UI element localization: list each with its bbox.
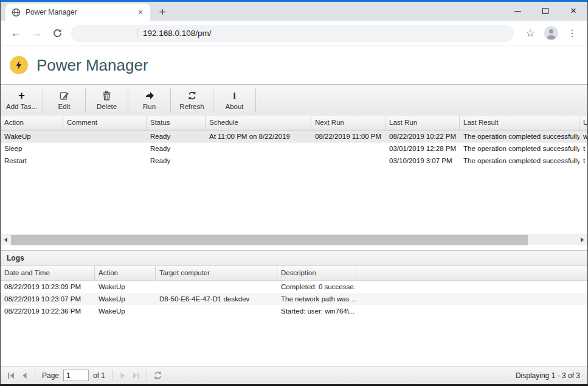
add-task-label: Add Tas... (6, 103, 37, 110)
reload-button[interactable] (49, 25, 66, 42)
cell-next-run (311, 142, 386, 155)
first-page-button[interactable] (5, 370, 16, 381)
page-number-input[interactable] (63, 370, 89, 381)
star-icon: ☆ (525, 27, 534, 40)
about-button[interactable]: i About (213, 86, 255, 114)
cell-comment (63, 142, 147, 155)
column-header-datetime[interactable]: Date and Time (1, 266, 95, 280)
cell-filler (356, 305, 587, 317)
log-row[interactable]: 08/22/2019 10:23:09 PM WakeUp Completed:… (1, 281, 587, 293)
cell-target: D8-50-E6-4E-47-D1 deskdev (156, 293, 277, 305)
cell-comment (63, 155, 147, 167)
refresh-button[interactable]: Refresh (171, 86, 213, 114)
last-page-icon (132, 371, 140, 380)
scroll-right-icon (581, 237, 584, 242)
maximize-button[interactable] (531, 2, 559, 20)
forward-button[interactable]: → (28, 25, 45, 42)
site-info-chip[interactable] (71, 25, 137, 42)
kebab-menu-icon: ⋮ (567, 27, 577, 39)
paging-refresh-button[interactable] (152, 370, 163, 381)
paging-separator (35, 370, 35, 381)
cell-log-action: WakeUp (95, 293, 156, 305)
prev-page-button[interactable] (19, 370, 30, 381)
cell-target (156, 305, 277, 317)
next-page-button[interactable] (117, 370, 128, 381)
refresh-label: Refresh (179, 103, 204, 110)
cell-action: WakeUp (1, 130, 63, 142)
profile-button[interactable] (544, 26, 558, 40)
column-header-next-run[interactable]: Next Run (311, 116, 386, 130)
cell-next-run: 08/22/2019 11:00 PM (311, 130, 386, 142)
cell-datetime: 08/22/2019 10:22:36 PM (1, 305, 95, 317)
cell-next-run (311, 155, 386, 167)
column-header-last-run[interactable]: Last Run (386, 116, 460, 130)
cell-schedule: At 11:00 PM on 8/22/2019 (206, 130, 311, 142)
delete-button[interactable]: Delete (86, 86, 128, 114)
column-header-description[interactable]: Description (277, 266, 356, 280)
edit-button[interactable]: Edit (43, 86, 85, 114)
scroll-left-icon (4, 237, 7, 242)
page-label: Page (42, 371, 59, 380)
column-header-schedule[interactable]: Schedule (206, 116, 311, 130)
app-logo (10, 56, 28, 74)
about-label: About (225, 103, 243, 110)
paging-toolbar: Page of 1 Displaying 1 - 3 of 3 (1, 366, 587, 384)
log-row[interactable]: 08/22/2019 10:23:07 PM WakeUp D8-50-E6-4… (1, 293, 587, 305)
reload-icon (52, 28, 63, 38)
run-button[interactable]: Run (128, 86, 170, 114)
run-label: Run (143, 103, 156, 110)
back-button[interactable]: ← (7, 25, 24, 42)
cell-description: Completed: 0 successe... (277, 281, 356, 293)
log-row[interactable]: 08/22/2019 10:22:36 PM WakeUp Started: u… (1, 305, 587, 317)
scroll-left-button[interactable] (1, 235, 11, 245)
cell-last-run: 03/01/2019 12:28 PM (386, 142, 460, 155)
display-status: Displaying 1 - 3 of 3 (516, 371, 583, 380)
avatar-icon (544, 26, 558, 40)
toolbar-separator (255, 88, 256, 112)
back-icon: ← (10, 27, 21, 40)
scrollbar-track[interactable] (11, 235, 577, 245)
column-header-last-result[interactable]: Last Result (460, 116, 579, 130)
favicon-globe-icon (12, 8, 21, 17)
last-page-button[interactable] (131, 370, 142, 381)
minimize-icon (514, 11, 521, 12)
column-header-target-computer[interactable]: Target computer (156, 266, 277, 280)
address-bar[interactable]: 192.168.0.108/pm/ (71, 25, 514, 42)
cell-datetime: 08/22/2019 10:23:07 PM (1, 293, 95, 305)
cell-status: Ready (147, 155, 206, 167)
cell-log-action: WakeUp (95, 305, 156, 317)
cell-last-run: 03/10/2019 3:07 PM (386, 155, 460, 167)
logs-grid-empty-area (1, 317, 587, 366)
cell-last-result: The operation completed successfully (460, 130, 579, 142)
lightning-bolt-icon (14, 60, 24, 70)
add-task-button[interactable]: + Add Tas... (1, 86, 43, 114)
url-text[interactable]: 192.168.0.108/pm/ (143, 29, 212, 38)
trash-icon (102, 90, 111, 101)
column-header-log-action[interactable]: Action (95, 266, 156, 280)
column-header-comment[interactable]: Comment (63, 116, 147, 130)
menu-button[interactable]: ⋮ (564, 25, 581, 42)
column-header-user[interactable]: U (579, 116, 587, 130)
new-tab-button[interactable]: + (154, 4, 171, 21)
tab-strip: Power Manager × + × (1, 2, 587, 21)
minimize-button[interactable] (503, 2, 531, 20)
table-row-sleep[interactable]: Sleep Ready 03/01/2019 12:28 PM The oper… (1, 142, 587, 155)
tab-close-icon[interactable]: × (136, 7, 145, 17)
scroll-right-button[interactable] (577, 235, 587, 245)
close-button[interactable]: × (559, 2, 587, 20)
column-header-action[interactable]: Action (1, 116, 63, 130)
panel-gap (1, 245, 587, 250)
table-row-restart[interactable]: Restart Ready 03/10/2019 3:07 PM The ope… (1, 155, 587, 167)
horizontal-scrollbar[interactable] (1, 234, 587, 245)
column-header-status[interactable]: Status (147, 116, 206, 130)
browser-tab[interactable]: Power Manager × (5, 4, 150, 21)
scrollbar-thumb[interactable] (11, 235, 528, 245)
cell-action: Restart (1, 155, 63, 167)
bookmark-button[interactable]: ☆ (522, 25, 539, 42)
cell-user: t (579, 142, 587, 155)
cell-action: Sleep (1, 142, 63, 155)
prev-page-icon (20, 371, 29, 380)
info-icon: i (233, 90, 235, 101)
cell-last-result: The operation completed successfully (460, 142, 579, 155)
table-row-wakeup[interactable]: WakeUp Ready At 11:00 PM on 8/22/2019 08… (1, 130, 587, 142)
